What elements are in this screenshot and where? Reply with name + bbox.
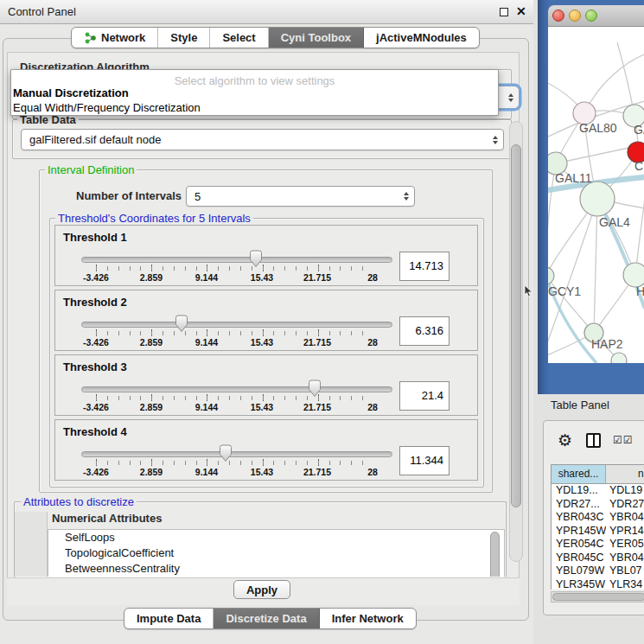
control-panel-tabs: Network Style Select Cyni Toolbox jActiv… <box>71 27 480 48</box>
network-node-label: GAL80 <box>579 121 617 135</box>
scrollbar-thumb[interactable] <box>552 593 644 601</box>
tick-label: -3.426 <box>83 402 109 412</box>
table-row[interactable]: YBR043CYBR04 <box>552 511 644 525</box>
cell: YER054C <box>552 538 606 552</box>
tick-label: 21.715 <box>303 337 331 348</box>
zoom-traffic-light-icon[interactable] <box>585 10 597 22</box>
tab-cyni-toolbox[interactable]: Cyni Toolbox <box>269 28 364 48</box>
network-icon <box>84 31 97 45</box>
list-item[interactable]: BetweennessCentrality <box>48 561 504 577</box>
table-row[interactable]: YDR27...YDR27 <box>552 498 644 512</box>
cell: YDL19 <box>606 484 644 498</box>
threshold-slider-track[interactable] <box>81 322 392 328</box>
algorithm-dropdown-popup: Select algorithm to view settings Manual… <box>10 69 499 116</box>
threshold-slider-thumb[interactable] <box>249 250 263 268</box>
table-row[interactable]: YDL19...YDL19 <box>552 484 644 498</box>
close-icon[interactable]: ✕ <box>516 4 526 18</box>
network-node-label: GCY1 <box>548 284 581 298</box>
tick-label: 2.859 <box>140 467 163 477</box>
cell: YBR04 <box>606 511 644 525</box>
number-of-intervals-combo[interactable]: 5 <box>186 186 415 207</box>
table-row[interactable]: YER054CYER05 <box>552 538 644 552</box>
slider-ticks <box>96 331 373 335</box>
tab-label: Impute Data <box>137 612 201 625</box>
stepper-icon <box>508 93 513 102</box>
table-horizontal-scrollbar[interactable] <box>551 591 644 603</box>
threshold-slider-track[interactable] <box>81 451 392 457</box>
cell: YBR043C <box>552 511 606 525</box>
cyni-mode-tabs: Impute Data Discretize Data Infer Networ… <box>124 608 417 629</box>
stepper-icon <box>404 192 409 201</box>
tick-label: 15.43 <box>251 402 273 412</box>
numerical-attributes-list: SelfLoops TopologicalCoefficient Between… <box>48 529 505 577</box>
tab-label: Cyni Toolbox <box>281 31 351 44</box>
cell: YPR145W <box>552 525 606 539</box>
threshold-value-field[interactable]: 11.344 <box>399 446 450 475</box>
threshold-value-field[interactable]: 14.713 <box>399 252 450 281</box>
table-row[interactable]: YBR045CYBR04 <box>552 552 644 565</box>
tab-jactivemnodules[interactable]: jActiveMNodules <box>364 28 479 48</box>
network-node[interactable] <box>611 353 627 363</box>
gear-icon[interactable]: ⚙ <box>558 430 572 450</box>
threshold-label: Threshold 4 <box>63 425 127 438</box>
tab-label: Discretize Data <box>226 612 306 625</box>
float-window-icon[interactable] <box>500 8 508 16</box>
threshold-slider-thumb[interactable] <box>175 315 188 333</box>
cell: YDL19... <box>552 484 606 498</box>
network-node-label: H <box>636 284 644 298</box>
scrollbar-thumb[interactable] <box>511 144 521 507</box>
network-node-label: HAP2 <box>591 337 623 351</box>
tick-label: 21.715 <box>303 467 331 477</box>
tick-label: 28 <box>367 272 378 283</box>
close-traffic-light-icon[interactable] <box>552 10 564 22</box>
table-data-combo[interactable]: galFiltered.sif default node <box>21 129 504 150</box>
threshold-value-field[interactable]: 6.316 <box>399 316 450 346</box>
panel-scrollbar[interactable] <box>509 121 523 562</box>
tab-network[interactable]: Network <box>72 28 158 48</box>
panel-title: Control Panel <box>8 5 76 18</box>
network-node-label: C <box>634 159 643 173</box>
number-of-intervals-label: Number of Intervals <box>73 189 184 202</box>
dropdown-item-equal-width-frequency[interactable]: Equal Width/Frequency Discretization <box>13 101 201 114</box>
node-attribute-table: shared... na YDL19...YDL19 YDR27...YDR27… <box>551 464 644 590</box>
list-item[interactable]: SelfLoops <box>48 530 504 545</box>
tab-label: Style <box>170 31 197 44</box>
tick-label: 21.715 <box>303 402 331 412</box>
checkboxes-icon[interactable]: ☑☑ <box>613 434 634 446</box>
table-row[interactable]: YPR145WYPR14 <box>552 525 644 539</box>
table-row[interactable]: YBL079WYBL07 <box>552 564 644 578</box>
table-data-combo-value: galFiltered.sif default node <box>29 133 161 146</box>
threshold-slider-thumb[interactable] <box>308 379 322 398</box>
threshold-slider-track[interactable] <box>81 386 392 392</box>
tab-impute-data[interactable]: Impute Data <box>124 609 214 628</box>
stepper-icon <box>493 136 498 144</box>
cell: YBR045C <box>552 552 606 565</box>
numerical-attributes-header: Numerical Attributes <box>49 512 164 525</box>
list-item[interactable]: TopologicalCoefficient <box>48 545 504 561</box>
column-header-name[interactable]: na <box>606 465 644 483</box>
threshold-row: Threshold 4 -3.4262.8599.14415.4321.7152… <box>54 419 478 481</box>
threshold-value-field[interactable]: 21.4 <box>399 381 450 411</box>
tab-discretize-data[interactable]: Discretize Data <box>214 609 319 628</box>
tick-label: 9.144 <box>195 272 218 283</box>
tick-label: 2.859 <box>140 402 163 412</box>
threshold-slider-track[interactable] <box>81 257 392 263</box>
tab-select[interactable]: Select <box>210 28 268 48</box>
network-node[interactable] <box>548 267 554 284</box>
split-columns-icon[interactable] <box>586 433 601 448</box>
network-window-titlebar[interactable] <box>548 5 644 27</box>
network-canvas[interactable]: GAL80GACGAL11GAL4GCY1HHAP2 <box>548 27 644 363</box>
network-node[interactable] <box>580 182 615 216</box>
tab-style[interactable]: Style <box>158 28 210 48</box>
network-node[interactable] <box>623 263 644 287</box>
threshold-slider-thumb[interactable] <box>219 444 233 462</box>
tab-infer-network[interactable]: Infer Network <box>320 609 416 628</box>
network-node-label: GAL11 <box>555 171 592 185</box>
table-row[interactable]: YLR345WYLR34 <box>552 578 644 590</box>
minimize-traffic-light-icon[interactable] <box>569 10 581 22</box>
column-header-shared-name[interactable]: shared... <box>552 465 606 483</box>
slider-scale-labels: -3.4262.8599.14415.4321.71528 <box>96 467 373 477</box>
attributes-list-scrollbar[interactable] <box>490 532 500 577</box>
apply-button[interactable]: Apply <box>233 580 290 599</box>
dropdown-item-manual-discretization[interactable]: Manual Discretization <box>13 86 129 99</box>
